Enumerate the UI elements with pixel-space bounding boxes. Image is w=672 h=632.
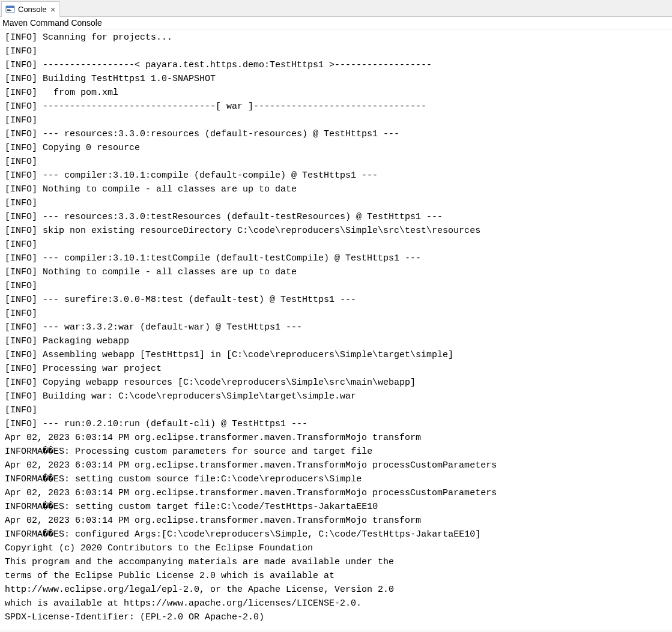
tab-bar: Console × (0, 0, 672, 17)
tab-console[interactable]: Console × (1, 1, 60, 17)
console-output[interactable]: [INFO] Scanning for projects... [INFO] [… (0, 29, 672, 630)
close-icon[interactable]: × (50, 5, 56, 14)
console-title: Maven Command Console (0, 17, 672, 29)
console-icon (5, 5, 15, 14)
svg-rect-2 (7, 9, 10, 10)
svg-rect-1 (6, 6, 14, 8)
svg-rect-3 (7, 10, 11, 11)
tab-label: Console (18, 5, 47, 14)
